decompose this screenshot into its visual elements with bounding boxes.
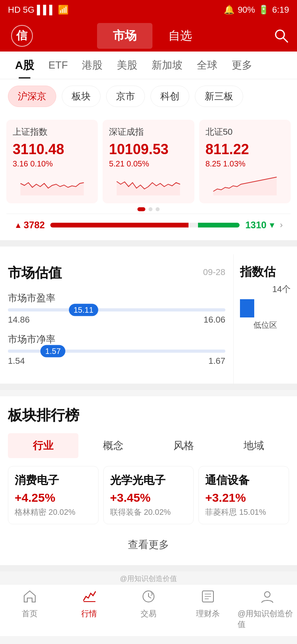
market-nav-a-shares[interactable]: A股 [8,52,41,79]
dot-2[interactable] [148,207,152,211]
search-button[interactable] [269,28,289,44]
card-change-1: 5.21 0.05% [109,159,188,168]
index-cards-section: 上证指数 3110.48 3.16 0.10% 深证成指 10109.53 5.… [0,113,297,240]
market-icon [82,589,96,607]
breadth-gray-bar [188,223,198,227]
tab-market[interactable]: 市场 [97,23,152,49]
nav-market[interactable]: 行情 [59,589,119,630]
profile-icon [260,589,274,607]
sector-tab-concept[interactable]: 概念 [78,433,149,458]
header-tabs: 市场 自选 [36,23,269,49]
svg-rect-5 [84,601,95,602]
watermark: @用知识创造价值 [0,571,297,584]
nav-home[interactable]: 首页 [0,589,59,630]
pe-thumb: 15.11 [69,304,98,316]
pe-range: 14.86 16.06 [8,315,225,325]
breadth-green-bar [198,223,240,227]
nav-profile[interactable]: @用知识创造价值 [238,589,297,630]
pb-thumb: 1.57 [40,345,65,357]
sector-change-0: +4.25% [15,491,92,504]
nav-home-label: 首页 [22,608,38,619]
section-divider-1 [0,240,297,247]
sector-tab-industry[interactable]: 行业 [8,433,78,458]
sub-nav-shanghai[interactable]: 沪深京 [8,86,56,107]
dot-1[interactable] [137,207,145,211]
see-more-button[interactable]: 查看更多 [8,534,289,556]
pe-max: 16.06 [204,315,225,325]
pb-range: 1.54 1.67 [8,356,225,366]
card-name-2: 北证50 [206,126,284,138]
sector-title: 板块排行榜 [8,406,289,425]
logo-circle: 信 [11,25,33,47]
sector-name-0: 消费电子 [15,473,92,488]
valuation-index: 指数估 14个 低位区 [234,254,297,384]
clock: 6:19 [272,5,289,15]
sector-stock-0: 格林精密 20.02% [15,507,92,518]
pb-min: 1.54 [8,356,25,366]
market-nav-global[interactable]: 全球 [190,52,225,78]
card-value-2: 811.22 [206,141,284,158]
pb-label: 市场市净率 [8,333,225,346]
breadth-bar-visual [50,223,240,227]
nav-trade-label: 交易 [141,608,156,619]
pe-slider: 15.11 [8,308,225,311]
tab-watchlist[interactable]: 自选 [152,23,208,49]
battery-icon: 🔋 [258,5,269,15]
sub-nav-sector[interactable]: 板块 [62,86,101,107]
bell-icon: 🔔 [224,5,234,15]
nav-trade[interactable]: 交易 [119,589,178,630]
nav-finance-label: 理财杀 [196,608,220,619]
market-nav-hk[interactable]: 港股 [75,52,110,78]
sector-tabs: 行业 概念 风格 地域 [8,433,289,458]
breadth-up-count: ▲ 3782 [14,220,45,231]
sub-nav-beijing[interactable]: 京市 [106,86,145,107]
section-divider-3 [0,565,297,571]
pe-track [8,308,225,311]
finance-icon [201,589,215,607]
valuation-title: 市场估值 [8,264,62,282]
sector-tab-style[interactable]: 风格 [148,433,219,458]
app-header: 信 市场 自选 [0,20,297,52]
index-card-shanghai[interactable]: 上证指数 3110.48 3.16 0.10% [6,120,98,203]
sector-card-1[interactable]: 光学光电子 +3.45% 联得装备 20.02% [103,466,194,524]
signal-bars: ▌▌▌ [37,5,55,15]
sector-tab-region[interactable]: 地域 [219,433,289,458]
card-change-0: 3.16 0.10% [13,159,91,168]
sector-card-2[interactable]: 通信设备 +3.21% 菲菱科思 15.01% [198,466,289,524]
sub-nav-sci[interactable]: 科创 [150,86,189,107]
nav-finance[interactable]: 理财杀 [178,589,238,630]
sector-stock-1: 联得装备 20.02% [110,507,187,518]
breadth-more-arrow[interactable]: › [280,220,283,230]
card-name-0: 上证指数 [13,126,91,138]
wifi-icon: 📶 [58,5,69,15]
market-nav-more[interactable]: 更多 [225,52,259,78]
dot-3[interactable] [156,207,160,211]
status-left: HD 5G ▌▌▌ 📶 [8,5,69,15]
sector-name-2: 通信设备 [205,473,282,488]
nav-market-label: 行情 [81,608,97,619]
market-nav-etf[interactable]: ETF [41,53,75,78]
sector-card-0[interactable]: 消费电子 +4.25% 格林精密 20.02% [8,466,99,524]
index-est-zone: 低位区 [240,320,291,331]
sector-cards: 消费电子 +4.25% 格林精密 20.02% 光学光电子 +3.45% 联得装… [8,466,289,524]
sector-name-1: 光学光电子 [110,473,187,488]
sector-change-2: +3.21% [205,491,282,504]
market-nav-us[interactable]: 美股 [110,52,145,78]
mini-chart-0 [13,172,91,195]
sub-nav-neeq[interactable]: 新三板 [195,86,243,107]
carousel-dots [6,203,291,214]
index-card-shenzhen[interactable]: 深证成指 10109.53 5.21 0.05% [103,120,194,203]
svg-marker-4 [213,177,276,195]
trade-icon [141,589,156,607]
home-icon [23,589,37,607]
market-nav-sg[interactable]: 新加坡 [145,52,190,78]
pe-min: 14.86 [8,315,30,325]
index-est-title: 指数估 [240,264,291,280]
valuation-section: 市场估值 09-28 市场市盈率 15.11 14.86 16.06 市场市净率… [0,254,297,384]
breadth-down-count: 1310 ▼ [245,220,276,231]
sector-stock-2: 菲菱科思 15.01% [205,507,282,518]
pe-label: 市场市盈率 [8,292,225,304]
index-card-bse50[interactable]: 北证50 811.22 8.25 1.03% [199,120,291,203]
logo-text: 信 [16,28,27,43]
sector-change-1: +3.45% [110,491,187,504]
